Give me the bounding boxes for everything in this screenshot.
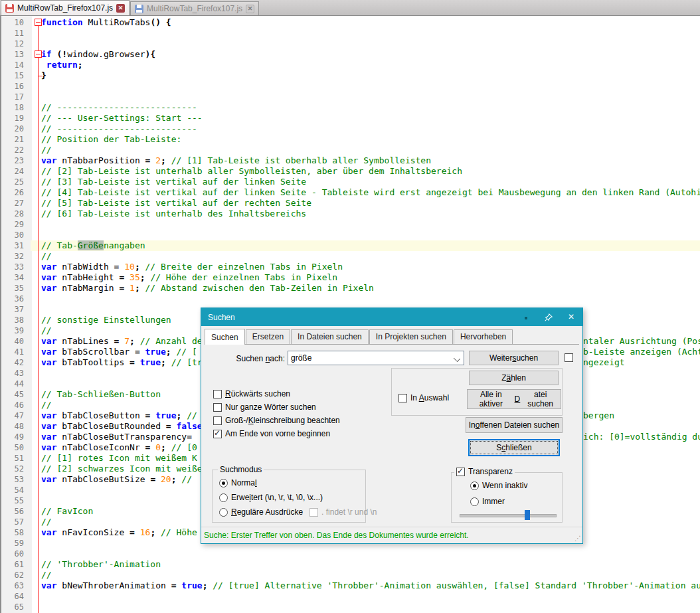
find-status-bar: Suche: Erster Treffer von oben. Das Ende… xyxy=(201,527,582,543)
code-line[interactable]: 62// xyxy=(0,570,700,580)
code-line[interactable]: 34var nTabHeight = 35; // Höhe der einze… xyxy=(0,272,700,283)
radio-circle[interactable] xyxy=(219,493,228,502)
dialog-tab-ersetzen[interactable]: Ersetzen xyxy=(246,329,290,344)
code-line[interactable]: 19// --- User-Settings: Start --- xyxy=(0,113,700,124)
minimize-button[interactable] xyxy=(515,308,537,326)
code-line[interactable]: 23var nTabbarPosition = 2; // [1] Tab-Le… xyxy=(0,155,700,166)
code-line[interactable]: 18// --------------------------- xyxy=(0,102,700,113)
code-line[interactable]: 12 xyxy=(0,39,700,49)
line-number: 35 xyxy=(0,283,31,294)
swap-direction-checkbox[interactable] xyxy=(565,353,573,362)
in-selection-checkbox[interactable]: In Auswahl xyxy=(398,393,449,402)
code-line[interactable]: 25// [3] Tab-Leiste ist vertikal auf der… xyxy=(0,177,700,187)
code-line[interactable]: 64 xyxy=(0,591,700,602)
search-term-combobox[interactable]: größe xyxy=(288,351,464,365)
code-line[interactable]: 20// --------------------------- xyxy=(0,124,700,134)
code-line[interactable]: 10function MultiRowTabs() { xyxy=(0,17,700,28)
code-line[interactable]: 17 xyxy=(0,92,700,102)
line-number: 63 xyxy=(0,580,31,591)
find-next-button[interactable]: Weiter suchen xyxy=(469,351,559,365)
code-line[interactable]: 63var bNewThroberAnimation = true; // [t… xyxy=(0,580,700,591)
code-line[interactable]: 65 xyxy=(0,602,700,612)
code-line[interactable]: 27// [5] Tab-Leiste ist vertikal auf der… xyxy=(0,198,700,209)
dialog-tab-suchen[interactable]: Suchen xyxy=(205,329,245,345)
fold-end-marker xyxy=(38,76,43,76)
code-line[interactable]: 33var nTabWidth = 10; // Breite der einz… xyxy=(0,262,700,272)
code-line[interactable]: 61// 'Throbber'-Animation xyxy=(0,559,700,570)
code-line[interactable]: 28// [6] Tab-Leiste ist unterhalb des In… xyxy=(0,209,700,219)
checkbox-box[interactable] xyxy=(213,416,222,425)
line-number: 30 xyxy=(0,230,31,240)
tab-close-icon[interactable]: ✕ xyxy=(116,4,125,13)
line-number: 61 xyxy=(0,559,31,570)
radio-circle[interactable] xyxy=(470,482,479,490)
transparency-radio[interactable]: Wenn inaktiv xyxy=(470,481,527,490)
code-line[interactable]: 31// Tab-Größenangaben xyxy=(0,240,700,251)
line-number: 37 xyxy=(0,304,31,315)
code-line[interactable]: 15} xyxy=(0,70,700,81)
code-token: ; xyxy=(177,410,187,420)
code-line[interactable]: 22// xyxy=(0,145,700,155)
code-token: var xyxy=(41,580,56,590)
close-button[interactable]: ✕ xyxy=(560,308,582,326)
code-token: = xyxy=(119,272,130,282)
close-dialog-button[interactable]: Schließen xyxy=(468,439,560,456)
line-number: 55 xyxy=(0,495,31,506)
radio-circle[interactable] xyxy=(470,497,479,506)
option-checkbox[interactable]: Groß-/Kleinschreibung beachten xyxy=(213,416,340,425)
count-button[interactable]: Zählen xyxy=(469,371,559,385)
code-line[interactable]: 36 xyxy=(0,294,700,304)
find-all-open-button[interactable]: In offenen Dateien suchen xyxy=(466,417,563,433)
option-checkbox[interactable]: Am Ende von vorne beginnen xyxy=(213,429,330,438)
option-checkbox[interactable]: Rückwärts suchen xyxy=(213,389,290,398)
code-line[interactable]: 14 return; xyxy=(0,60,700,70)
find-all-current-button[interactable]: Alle in aktiver Datei suchen xyxy=(467,389,561,409)
in-selection-checkbox-box[interactable] xyxy=(398,394,407,402)
checkbox-box[interactable] xyxy=(213,403,222,412)
line-number: 60 xyxy=(0,549,31,559)
transparency-radio[interactable]: Immer xyxy=(470,497,505,506)
search-mode-radio[interactable]: Normal xyxy=(219,478,257,487)
code-text xyxy=(31,294,700,304)
code-text: // 'Throbber'-Animation xyxy=(31,559,700,570)
radio-circle[interactable] xyxy=(219,508,228,517)
code-line[interactable]: 32// xyxy=(0,251,700,262)
dialog-tab-in-projekten-suchen[interactable]: In Projekten suchen xyxy=(369,329,453,344)
fold-collapse-icon[interactable] xyxy=(35,19,42,26)
search-mode-radio[interactable]: Erweitert (\n, \r, \t, \0, \x...) xyxy=(219,493,323,502)
code-line[interactable]: 16 xyxy=(0,81,700,92)
option-checkbox[interactable]: Nur ganze Wörter suchen xyxy=(213,402,316,412)
fold-collapse-icon[interactable] xyxy=(35,50,42,58)
code-line[interactable]: 60 xyxy=(0,549,700,559)
transparency-slider[interactable] xyxy=(460,514,557,517)
resize-grip[interactable]: ⋰ xyxy=(574,535,581,542)
code-token: nangaben xyxy=(104,240,145,250)
file-tab-inactive[interactable]: MultiRowTab_Firefox107.js✕ xyxy=(130,1,259,15)
pin-button[interactable] xyxy=(537,308,560,326)
radio-circle[interactable] xyxy=(219,479,228,487)
checkbox-box[interactable] xyxy=(213,390,222,398)
code-token: () { xyxy=(150,17,171,27)
tab-close-icon[interactable]: ✕ xyxy=(246,5,254,13)
transparency-checkbox-box[interactable] xyxy=(456,468,465,476)
code-line[interactable]: 29 xyxy=(0,219,700,230)
find-dialog-titlebar[interactable]: Suchen ✕ xyxy=(201,308,582,326)
transparency-checkbox[interactable]: Transparenz xyxy=(454,467,515,476)
file-tab-active[interactable]: MultiRowTab_Firefox107.js✕ xyxy=(1,0,130,15)
code-token: = xyxy=(145,442,156,452)
code-token: // [2] Tab-Leiste ist unterhalb aller Sy… xyxy=(41,166,462,176)
code-line[interactable]: 24// [2] Tab-Leiste ist unterhalb aller … xyxy=(0,166,700,177)
code-line[interactable]: 26// [4] Tab-Leiste ist vertikal auf der… xyxy=(0,187,700,198)
code-line[interactable]: 11 xyxy=(0,28,700,39)
code-line[interactable]: 21// Position der Tab-Leiste: xyxy=(0,134,700,145)
dialog-tab-in-dateien-suchen[interactable]: In Dateien suchen xyxy=(291,329,369,344)
line-number: 19 xyxy=(0,113,31,124)
transparency-slider-thumb[interactable] xyxy=(525,510,530,520)
search-mode-radio[interactable]: Reguläre Ausdrücke. findet \r und \n xyxy=(219,507,377,517)
code-line[interactable]: 30 xyxy=(0,230,700,240)
dialog-tab-hervorheben[interactable]: Hervorheben xyxy=(454,329,513,344)
checkbox-box[interactable] xyxy=(213,430,222,438)
code-line[interactable]: 35var nTabMargin = 1; // Abstand zwische… xyxy=(0,283,700,294)
code-text: function MultiRowTabs() { xyxy=(31,17,700,28)
code-line[interactable]: 13if (!window.gBrowser){ xyxy=(0,49,700,60)
